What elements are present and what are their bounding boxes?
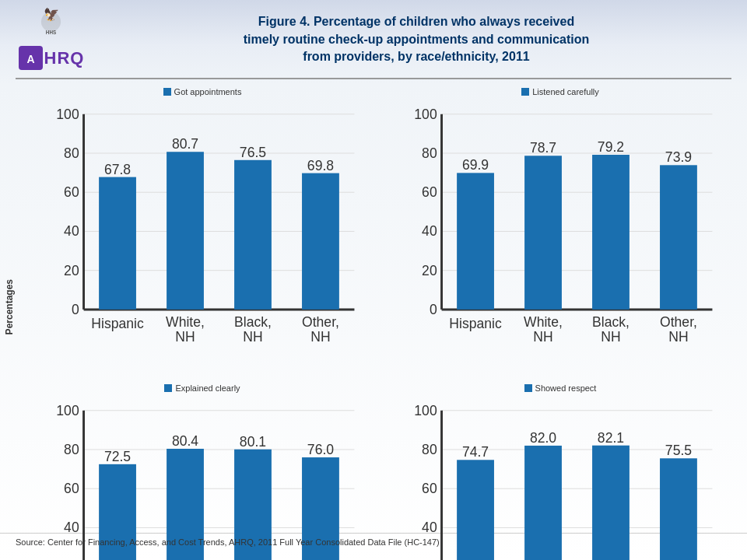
legend-label: Listened carefully <box>532 87 599 96</box>
legend-listened-carefully: Listened carefully <box>521 87 599 96</box>
svg-text:Black,: Black, <box>592 314 630 330</box>
svg-text:NH: NH <box>243 329 262 345</box>
svg-wrapper-explained-clearly: 02040608010072.5Hispanic80.4White,NH80.1… <box>35 395 370 560</box>
svg-rect-49 <box>524 156 562 310</box>
svg-text:NH: NH <box>668 329 688 345</box>
svg-text:HHS: HHS <box>45 30 55 35</box>
svg-rect-53 <box>592 155 630 310</box>
svg-wrapper-showed-respect: 02040608010074.7Hispanic82.0White,NH82.1… <box>393 395 728 560</box>
svg-text:60: 60 <box>422 184 437 200</box>
svg-wrapper-listened-carefully: 02040608010069.9Hispanic78.7White,NH79.2… <box>393 99 728 368</box>
svg-rect-18 <box>99 177 136 310</box>
svg-text:67.8: 67.8 <box>104 162 131 177</box>
svg-text:69.9: 69.9 <box>462 157 489 173</box>
hhs-logo: 🦅 HHS <box>33 8 68 43</box>
svg-text:NH: NH <box>310 329 330 345</box>
svg-text:🦅: 🦅 <box>43 8 59 23</box>
y-axis-container: Percentages <box>0 83 23 530</box>
legend-got-appointments: Got appointments <box>163 87 242 96</box>
svg-text:40: 40 <box>422 520 437 535</box>
legend-box <box>524 384 532 392</box>
svg-text:20: 20 <box>64 263 79 278</box>
svg-rect-113 <box>660 458 697 560</box>
svg-text:72.5: 72.5 <box>104 449 131 464</box>
chart-svg-showed-respect: 02040608010074.7Hispanic82.0White,NH82.1… <box>393 395 728 560</box>
legend-label: Got appointments <box>174 87 242 96</box>
svg-text:73.9: 73.9 <box>665 149 692 165</box>
svg-text:60: 60 <box>422 481 437 496</box>
legend-showed-respect: Showed respect <box>524 383 597 393</box>
header-divider <box>16 78 731 79</box>
svg-text:82.0: 82.0 <box>530 430 556 446</box>
svg-rect-25 <box>234 160 272 310</box>
svg-text:40: 40 <box>64 520 79 535</box>
svg-rect-57 <box>660 165 697 310</box>
svg-text:0: 0 <box>72 302 79 317</box>
svg-rect-46 <box>457 173 494 310</box>
svg-text:78.7: 78.7 <box>530 140 556 156</box>
y-axis-label: Percentages <box>0 279 23 334</box>
svg-text:Hispanic: Hispanic <box>91 316 144 331</box>
chart-svg-explained-clearly: 02040608010072.5Hispanic80.4White,NH80.1… <box>35 395 370 560</box>
legend-box <box>521 88 529 96</box>
svg-text:NH: NH <box>533 329 552 345</box>
chart-got-appointments: Got appointments02040608010067.8Hispanic… <box>27 83 377 372</box>
chart-svg-got-appointments: 02040608010067.8Hispanic80.7White,NH76.5… <box>35 99 370 368</box>
main-title: Figure 4. Percentage of children who alw… <box>101 13 731 65</box>
main-content: Percentages Got appointments020406080100… <box>0 83 747 530</box>
legend-box <box>163 88 171 96</box>
svg-text:80.4: 80.4 <box>172 433 198 449</box>
svg-text:69.8: 69.8 <box>307 158 334 173</box>
svg-text:80: 80 <box>64 442 79 457</box>
svg-text:60: 60 <box>64 184 79 200</box>
legend-explained-clearly: Explained clearly <box>164 383 240 393</box>
svg-text:76.5: 76.5 <box>240 145 266 160</box>
chart-explained-clearly: Explained clearly02040608010072.5Hispani… <box>27 380 377 560</box>
svg-text:Other,: Other, <box>302 314 339 330</box>
title-area: Figure 4. Percentage of children who alw… <box>101 13 731 65</box>
svg-text:100: 100 <box>56 403 79 418</box>
legend-label: Showed respect <box>535 383 597 393</box>
legend-label: Explained clearly <box>175 383 240 393</box>
svg-text:82.1: 82.1 <box>598 430 624 446</box>
svg-text:20: 20 <box>422 263 437 278</box>
svg-text:74.7: 74.7 <box>462 444 489 460</box>
source-text: Source: Center for Financing, Access, an… <box>16 537 440 547</box>
svg-text:79.2: 79.2 <box>598 139 624 155</box>
svg-text:0: 0 <box>430 302 437 317</box>
svg-text:100: 100 <box>56 107 79 122</box>
svg-text:White,: White, <box>166 314 205 330</box>
svg-text:80.1: 80.1 <box>240 434 266 450</box>
ahrq-text: HRQ <box>44 48 85 68</box>
svg-text:100: 100 <box>414 107 437 122</box>
svg-text:Other,: Other, <box>660 314 697 330</box>
svg-rect-102 <box>457 460 494 560</box>
ahrq-logo: A HRQ <box>17 44 85 72</box>
svg-text:60: 60 <box>64 481 79 496</box>
svg-text:75.5: 75.5 <box>665 443 692 458</box>
svg-rect-105 <box>524 446 562 560</box>
svg-rect-21 <box>167 152 204 310</box>
legend-box <box>164 384 172 392</box>
svg-text:100: 100 <box>414 403 437 418</box>
svg-text:80: 80 <box>64 145 79 161</box>
chart-svg-listened-carefully: 02040608010069.9Hispanic78.7White,NH79.2… <box>393 99 728 368</box>
svg-text:40: 40 <box>422 223 437 239</box>
svg-rect-29 <box>302 173 339 310</box>
svg-text:80: 80 <box>422 442 437 457</box>
svg-text:Black,: Black, <box>234 314 272 330</box>
svg-text:80: 80 <box>422 145 437 161</box>
svg-text:76.0: 76.0 <box>307 442 334 457</box>
logo-area: 🦅 HHS A HRQ <box>16 8 86 72</box>
svg-text:NH: NH <box>601 329 620 345</box>
svg-rect-109 <box>592 446 630 560</box>
svg-text:40: 40 <box>64 223 79 239</box>
charts-grid: Got appointments02040608010067.8Hispanic… <box>23 83 747 530</box>
svg-text:White,: White, <box>524 314 563 330</box>
header: 🦅 HHS A HRQ Figure 4. Percentage of chil… <box>0 0 747 78</box>
svg-text:80.7: 80.7 <box>172 136 198 152</box>
svg-text:Hispanic: Hispanic <box>449 316 502 331</box>
svg-text:A: A <box>26 53 34 65</box>
chart-showed-respect: Showed respect02040608010074.7Hispanic82… <box>385 380 735 560</box>
chart-listened-carefully: Listened carefully02040608010069.9Hispan… <box>385 83 735 372</box>
